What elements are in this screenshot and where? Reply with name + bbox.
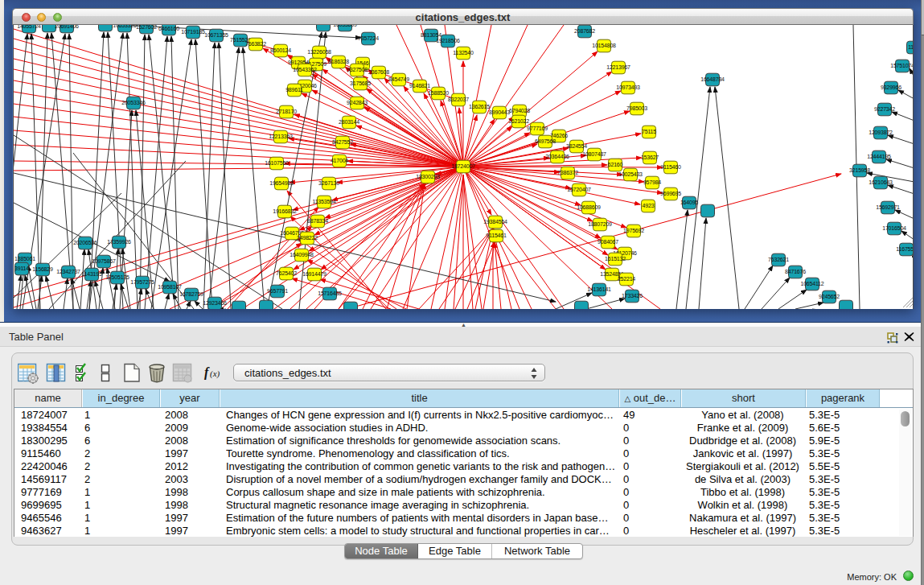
svg-text:12923466: 12923466 — [203, 300, 227, 306]
svg-text:f: f — [204, 365, 210, 380]
svg-text:1733426: 1733426 — [622, 293, 643, 299]
svg-text:12342737: 12342737 — [56, 269, 80, 274]
svg-text:19218506: 19218506 — [436, 38, 460, 43]
svg-text:1527602: 1527602 — [136, 25, 157, 30]
svg-text:7386372: 7386372 — [557, 170, 578, 175]
svg-text:16409948: 16409948 — [290, 252, 314, 257]
svg-text:164095: 164095 — [680, 200, 698, 205]
svg-text:8878334: 8878334 — [307, 218, 328, 224]
svg-text:11353594: 11353594 — [312, 199, 335, 204]
svg-text:7985003: 7985003 — [626, 105, 647, 111]
svg-text:10807487: 10807487 — [582, 151, 606, 157]
svg-text:1167553: 1167553 — [896, 246, 914, 252]
svg-text:10653326: 10653326 — [113, 25, 137, 28]
svg-text:19384554: 19384554 — [483, 219, 507, 225]
svg-text:16107550: 16107550 — [265, 160, 289, 166]
svg-text:19166832: 19166832 — [273, 208, 297, 214]
svg-text:8427552: 8427552 — [332, 139, 353, 145]
svg-text:(x): (x) — [210, 369, 220, 379]
svg-text:10688609: 10688609 — [577, 204, 601, 210]
svg-text:13226058: 13226058 — [307, 49, 331, 55]
svg-text:17016504: 17016504 — [882, 225, 906, 231]
svg-text:16033809: 16033809 — [333, 25, 357, 27]
svg-text:9245652: 9245652 — [819, 294, 840, 299]
svg-text:10025433: 10025433 — [618, 171, 643, 177]
svg-text:20691406: 20691406 — [55, 25, 79, 29]
svg-text:746266: 746266 — [550, 133, 568, 138]
svg-text:16210643: 16210643 — [869, 179, 893, 185]
svg-text:9115461: 9115461 — [486, 233, 507, 238]
svg-text:9777169: 9777169 — [527, 126, 548, 131]
svg-text:12505135: 12505135 — [105, 274, 129, 280]
svg-text:4923: 4923 — [643, 203, 655, 208]
svg-text:20206526: 20206526 — [73, 240, 97, 245]
svg-text:2367608: 2367608 — [368, 69, 389, 75]
svg-text:8813054: 8813054 — [421, 32, 441, 38]
svg-text:1621022: 1621022 — [508, 118, 529, 124]
svg-text:1117: 1117 — [908, 44, 914, 50]
svg-text:15716485: 15716485 — [318, 290, 342, 296]
svg-text:6794028: 6794028 — [509, 108, 530, 113]
svg-text:417004: 417004 — [331, 158, 348, 163]
svg-text:2718170: 2718170 — [276, 109, 297, 114]
svg-text:16648784: 16648784 — [700, 76, 725, 82]
svg-text:20364436: 20364436 — [545, 154, 569, 159]
svg-text:19654983: 19654983 — [269, 180, 294, 186]
svg-text:20053346: 20053346 — [121, 100, 146, 105]
svg-text:18300293: 18300293 — [416, 174, 440, 179]
svg-text:10973493: 10973493 — [616, 84, 640, 90]
svg-text:15751074: 15751074 — [890, 63, 914, 68]
svg-text:9242843: 9242843 — [347, 100, 368, 105]
svg-text:17359926: 17359926 — [107, 239, 131, 245]
svg-text:15692971: 15692971 — [876, 204, 900, 210]
svg-text:9084067: 9084067 — [598, 239, 618, 245]
svg-text:10719185: 10719185 — [181, 29, 205, 35]
svg-text:989611: 989611 — [285, 87, 303, 93]
svg-text:252214: 252214 — [618, 276, 635, 282]
svg-text:12444195: 12444195 — [867, 154, 891, 159]
svg-text:18807209: 18807209 — [588, 221, 612, 227]
svg-text:8322037: 8322037 — [448, 97, 469, 102]
svg-text:8186328: 8186328 — [328, 59, 349, 64]
svg-text:17957275: 17957275 — [130, 279, 154, 285]
svg-text:8454749: 8454749 — [388, 76, 409, 82]
svg-text:62160: 62160 — [608, 162, 623, 167]
svg-text:3175685: 3175685 — [350, 80, 371, 86]
svg-text:9327508: 9327508 — [347, 67, 368, 72]
svg-text:3498222: 3498222 — [297, 235, 318, 241]
svg-text:75115: 75115 — [642, 129, 656, 134]
svg-text:9146821: 9146821 — [409, 83, 430, 89]
svg-text:9657791: 9657791 — [267, 288, 288, 294]
svg-text:16782759: 16782759 — [179, 291, 203, 297]
svg-text:18724007: 18724007 — [451, 163, 475, 169]
svg-text:14136141: 14136141 — [587, 286, 611, 292]
svg-text:12213363: 12213363 — [269, 134, 293, 139]
svg-text:12213967: 12213967 — [606, 64, 630, 70]
svg-text:3267130: 3267130 — [318, 180, 339, 186]
svg-text:10154808: 10154808 — [592, 43, 616, 48]
svg-text:9227342: 9227342 — [874, 106, 895, 112]
svg-text:1143195: 1143195 — [81, 271, 102, 277]
svg-text:2087682: 2087682 — [574, 28, 595, 34]
svg-text:7357224: 7357224 — [358, 35, 379, 41]
svg-text:12093872: 12093872 — [869, 130, 893, 135]
svg-text:14055724: 14055724 — [17, 25, 41, 29]
svg-text:1132540: 1132540 — [453, 50, 474, 56]
svg-text:1385061: 1385061 — [14, 256, 35, 262]
svg-text:7632621: 7632621 — [768, 257, 789, 262]
svg-text:8990443: 8990443 — [489, 109, 510, 115]
svg-text:9329966: 9329966 — [881, 84, 901, 90]
svg-text:1362615: 1362615 — [469, 104, 490, 109]
svg-text:10654112: 10654112 — [800, 281, 823, 286]
svg-text:1156829: 1156829 — [32, 266, 53, 272]
svg-text:3824554: 3824554 — [566, 143, 587, 149]
svg-text:8471676: 8471676 — [785, 269, 806, 274]
svg-text:8600124: 8600124 — [270, 47, 291, 53]
svg-text:10975867: 10975867 — [92, 258, 116, 264]
svg-text:1975692: 1975692 — [623, 228, 644, 233]
svg-text:10671355: 10671355 — [204, 32, 228, 38]
svg-text:957984: 957984 — [643, 179, 661, 185]
svg-text:1588520: 1588520 — [428, 90, 449, 96]
svg-text:1615132: 1615132 — [605, 256, 626, 262]
svg-text:15720407: 15720407 — [567, 187, 591, 192]
